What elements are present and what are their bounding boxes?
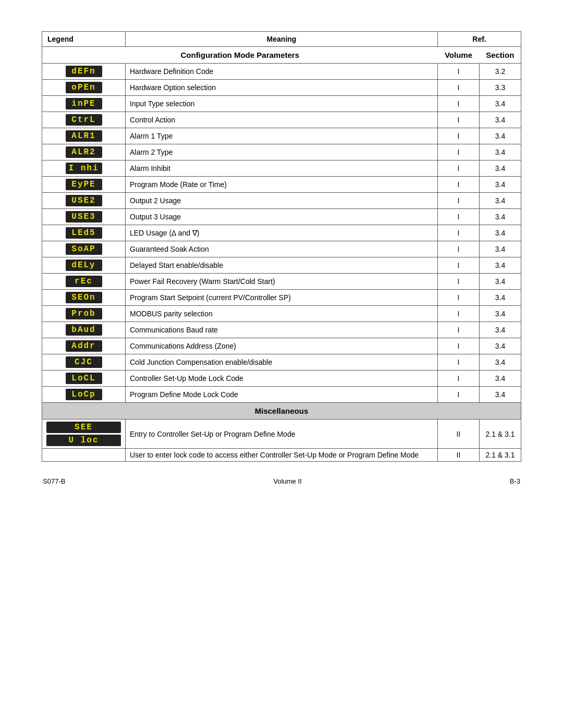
lcd-display: rEc — [66, 276, 102, 287]
table-row: ALR2Alarm 2 TypeI3.4 — [42, 144, 521, 161]
section-cell: 3.4 — [480, 144, 521, 161]
volume-cell: I — [438, 225, 480, 241]
lcd-cell: Prob — [42, 306, 126, 322]
volume-cell: II — [438, 449, 480, 462]
meaning-cell: Entry to Controller Set-Up or Program De… — [126, 419, 438, 449]
footer: S077-B Volume II B-3 — [42, 477, 521, 485]
section-cell: 3.2 — [480, 64, 521, 80]
volume-cell: I — [438, 112, 480, 128]
lcd-display: CtrL — [66, 114, 102, 126]
section-cell: 3.4 — [480, 274, 521, 290]
volume-cell: I — [438, 193, 480, 209]
meaning-cell: Hardware Option selection — [126, 80, 438, 96]
volume-cell: I — [438, 354, 480, 371]
lcd-cell: USE2 — [42, 193, 126, 209]
table-row: CtrLControl ActionI3.4 — [42, 112, 521, 128]
volume-cell: I — [438, 241, 480, 257]
meaning-cell: Alarm Inhibit — [126, 161, 438, 177]
volume-cell: I — [438, 128, 480, 144]
meaning-cell: Program Mode (Rate or Time) — [126, 177, 438, 193]
meaning-cell: Alarm 1 Type — [126, 128, 438, 144]
col-volume-header: Volume — [438, 47, 480, 64]
lcd-cell: dEFn — [42, 64, 126, 80]
table-row: dEFnHardware Definition CodeI3.2 — [42, 64, 521, 80]
lcd-display: Addr — [66, 340, 102, 352]
section-cell: 2.1 & 3.1 — [480, 419, 521, 449]
volume-cell: I — [438, 274, 480, 290]
lcd-display: LoCp — [66, 389, 102, 400]
lcd-display: LEd5 — [66, 227, 102, 239]
table-row: LoCLController Set-Up Mode Lock CodeI3.4 — [42, 371, 521, 387]
volume-cell: I — [438, 64, 480, 80]
section-cell: 3.4 — [480, 322, 521, 338]
volume-cell: I — [438, 338, 480, 354]
lcd-display: CJC — [66, 356, 102, 368]
table-row: USE3Output 3 UsageI3.4 — [42, 209, 521, 225]
lcd-cell: CtrL — [42, 112, 126, 128]
table-row: oPEnHardware Option selectionI3.3 — [42, 80, 521, 96]
section-cell: 3.4 — [480, 128, 521, 144]
lcd-cell: dELy — [42, 257, 126, 274]
section-cell: 3.4 — [480, 193, 521, 209]
meaning-cell: Control Action — [126, 112, 438, 128]
lcd-display: USE2 — [66, 195, 102, 206]
meaning-cell: Communications Baud rate — [126, 322, 438, 338]
volume-cell: I — [438, 96, 480, 112]
lcd-cell — [42, 449, 126, 462]
volume-cell: I — [438, 80, 480, 96]
table-row: ProbMODBUS parity selectionI3.4 — [42, 306, 521, 322]
volume-cell: I — [438, 371, 480, 387]
meaning-cell: Guaranteed Soak Action — [126, 241, 438, 257]
section-cell: 3.4 — [480, 112, 521, 128]
volume-cell: I — [438, 322, 480, 338]
table-row: AddrCommunications Address (Zone)I3.4 — [42, 338, 521, 354]
footer-center: Volume II — [273, 477, 301, 485]
meaning-cell: Delayed Start enable/disable — [126, 257, 438, 274]
table-row: inPEInput Type selectionI3.4 — [42, 96, 521, 112]
section-cell: 3.4 — [480, 354, 521, 371]
lcd-cell: Addr — [42, 338, 126, 354]
section-cell: 3.4 — [480, 257, 521, 274]
table-body: dEFnHardware Definition CodeI3.2oPEnHard… — [42, 64, 521, 462]
section-cell: 3.3 — [480, 80, 521, 96]
meaning-cell: MODBUS parity selection — [126, 306, 438, 322]
meaning-cell: Program Define Mode Lock Code — [126, 387, 438, 403]
lcd-display: USE3 — [66, 211, 102, 223]
table-row: LoCpProgram Define Mode Lock CodeI3.4 — [42, 387, 521, 403]
lcd-display: dELy — [66, 260, 102, 271]
volume-cell: I — [438, 161, 480, 177]
lcd-display: EyPE — [66, 179, 102, 190]
page-wrapper: Legend Meaning Ref. Configuration Mode P… — [42, 31, 521, 707]
lcd-cell: SEEU loc — [42, 419, 126, 449]
config-section-label: Configuration Mode Parameters — [42, 47, 438, 64]
volume-cell: I — [438, 290, 480, 306]
meaning-cell: LED Usage (∆ and ∇) — [126, 225, 438, 241]
section-cell: 2.1 & 3.1 — [480, 449, 521, 462]
header-row: Legend Meaning Ref. — [42, 32, 521, 47]
lcd-cell: USE3 — [42, 209, 126, 225]
lcd-display: dEFn — [66, 66, 102, 77]
section-cell: 3.4 — [480, 290, 521, 306]
lcd-display: U loc — [46, 435, 121, 446]
lcd-cell: LoCL — [42, 371, 126, 387]
lcd-cell: SoAP — [42, 241, 126, 257]
lcd-display: bAud — [66, 324, 102, 336]
lcd-display: ALR1 — [66, 130, 102, 142]
lcd-cell: ALR1 — [42, 128, 126, 144]
table-row: I nhiAlarm InhibitI3.4 — [42, 161, 521, 177]
lcd-cell: LoCp — [42, 387, 126, 403]
lcd-display: oPEn — [66, 82, 102, 93]
meaning-cell: Output 3 Usage — [126, 209, 438, 225]
section-cell: 3.4 — [480, 241, 521, 257]
footer-right: B-3 — [510, 477, 520, 485]
table-row: ALR1Alarm 1 TypeI3.4 — [42, 128, 521, 144]
section-cell: 3.4 — [480, 96, 521, 112]
lcd-cell: SEOn — [42, 290, 126, 306]
table-row: SEOnProgram Start Setpoint (current PV/C… — [42, 290, 521, 306]
col-legend: Legend — [42, 32, 126, 47]
table-row: SoAPGuaranteed Soak ActionI3.4 — [42, 241, 521, 257]
table-row: bAudCommunications Baud rateI3.4 — [42, 322, 521, 338]
section-cell: 3.4 — [480, 338, 521, 354]
lcd-display: LoCL — [66, 373, 102, 384]
lcd-display: Prob — [66, 308, 102, 319]
